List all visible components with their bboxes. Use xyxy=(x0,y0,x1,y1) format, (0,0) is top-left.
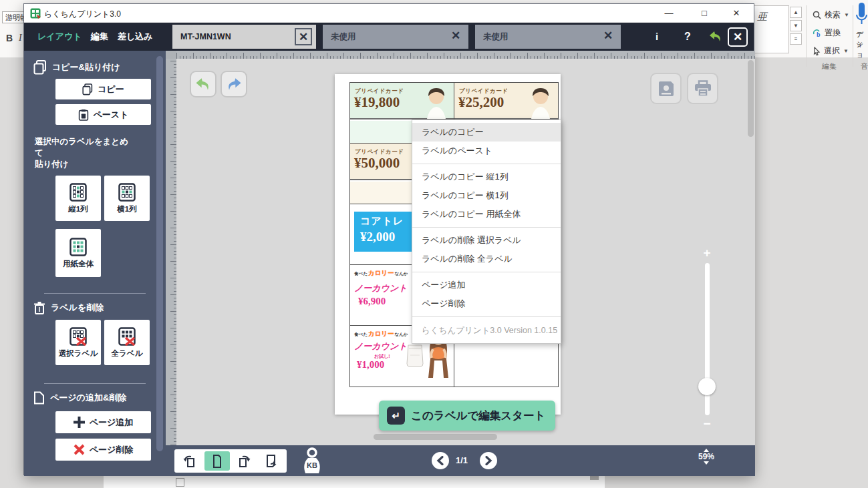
undo-button[interactable] xyxy=(190,71,216,97)
context-menu-divider xyxy=(412,227,561,228)
word-select-label: 選択 xyxy=(824,45,840,57)
delete-all-labels-button[interactable]: 全ラベル xyxy=(104,320,150,365)
info-button[interactable]: i xyxy=(656,23,658,51)
style-gallery-down-button[interactable]: ▼ xyxy=(790,20,802,31)
previous-page-button[interactable] xyxy=(432,452,449,469)
enter-key-icon: ↵ xyxy=(387,407,405,425)
vertical-ruler xyxy=(166,59,176,445)
redo-button[interactable] xyxy=(221,71,247,97)
tab-mt-jmn1wn[interactable]: MT-JMN1WN ✕ xyxy=(172,25,316,49)
zoom-slider-handle[interactable] xyxy=(698,378,716,395)
chevron-down-icon: ▼ xyxy=(843,48,849,54)
caption-line: て xyxy=(35,148,128,159)
style-gallery-up-button[interactable]: ▲ xyxy=(790,7,802,18)
minimize-button[interactable]: — xyxy=(655,4,683,23)
context-menu-item-delete-all[interactable]: ラベルの削除 全ラベル xyxy=(412,250,561,268)
rakuchin-print-window: らくちんプリント3.0 — □ ✕ レイアウト 編集 差し込み MT-JMN1W… xyxy=(23,3,754,475)
tab-unused-2[interactable]: 未使用 ✕ xyxy=(475,25,621,49)
person-photo xyxy=(420,84,452,119)
ruler-corner xyxy=(166,51,176,59)
rotate-right-button[interactable] xyxy=(231,451,257,471)
tab-unused-1[interactable]: 未使用 ✕ xyxy=(323,25,468,49)
context-menu-item-copy-vertical[interactable]: ラベルのコピー 縦1列 xyxy=(412,168,561,186)
paste-horizontal-row-button[interactable]: 横1列 xyxy=(104,176,150,221)
context-menu-item-page-delete[interactable]: ページ削除 xyxy=(412,294,561,313)
label-photo-area: プリペイドカード ¥19,800 xyxy=(350,83,454,119)
tab-close-icon[interactable]: ✕ xyxy=(295,28,312,45)
zoom-decrease-arrow-icon[interactable] xyxy=(704,461,709,465)
context-menu-item-copy[interactable]: ラベルのコピー xyxy=(412,123,561,142)
horizontal-ruler xyxy=(176,51,755,59)
context-menu-divider xyxy=(412,164,561,164)
edit-start-tooltip[interactable]: ↵ このラベルで編集スタート xyxy=(379,401,555,431)
tab-label: MT-JMN1WN xyxy=(180,32,295,41)
header-text: なんか xyxy=(394,332,408,338)
word-select-button[interactable]: 選択 ▼ xyxy=(813,45,849,57)
paste-vertical-column-button[interactable]: 縦1列 xyxy=(55,176,101,221)
word-dictation-label-line2: ショ xyxy=(856,39,868,59)
zoom-in-label[interactable]: + xyxy=(699,246,715,260)
rotate-180-button[interactable] xyxy=(259,451,284,471)
style-gallery-expand-button[interactable]: ≡ xyxy=(790,33,802,45)
word-replace-label: 置換 xyxy=(825,27,841,39)
undo-icon[interactable] xyxy=(709,31,722,43)
button-label: 横1列 xyxy=(117,204,136,214)
window-title: らくちんプリント3.0 xyxy=(44,9,121,20)
close-button[interactable]: ✕ xyxy=(722,4,750,23)
paste-whole-sheet-button[interactable]: 用紙全体 xyxy=(55,229,101,277)
word-italic-button[interactable]: I xyxy=(19,33,22,43)
menu-merge[interactable]: 差し込み xyxy=(118,23,153,51)
copy-button[interactable]: コピー xyxy=(55,79,151,99)
copy-button-label: コピー xyxy=(98,83,124,95)
app-close-button[interactable]: ✕ xyxy=(728,27,748,47)
button-label: 全ラベル xyxy=(112,348,143,358)
word-bold-button[interactable]: B xyxy=(6,33,13,43)
page-add-button[interactable]: ページ追加 xyxy=(55,411,151,433)
calorie-main-text: ノーカウント xyxy=(354,340,408,352)
next-page-button[interactable] xyxy=(480,452,497,469)
vertical-scrollbar[interactable] xyxy=(748,60,754,137)
zoom-out-label[interactable]: − xyxy=(699,417,715,431)
button-label: 選択ラベル xyxy=(59,348,98,358)
context-menu-item-paste[interactable]: ラベルのペースト xyxy=(412,142,561,160)
kb-badge-text: KB xyxy=(307,461,317,469)
context-menu-item-delete-selected[interactable]: ラベルの削除 選択ラベル xyxy=(412,231,561,250)
rotate-180-icon xyxy=(263,453,279,469)
help-button[interactable]: ? xyxy=(684,23,691,51)
orientation-button-group xyxy=(174,449,287,473)
horizontal-scrollbar[interactable] xyxy=(374,434,497,440)
word-search-button[interactable]: 検索 ▼ xyxy=(813,9,849,21)
tab-close-icon[interactable]: ✕ xyxy=(599,28,617,45)
print-button[interactable] xyxy=(687,73,718,104)
menu-layout[interactable]: レイアウト xyxy=(37,23,82,51)
page-delete-button[interactable]: ページ削除 xyxy=(55,439,151,461)
zoom-percent-control[interactable]: 59% xyxy=(691,449,722,465)
context-menu-item-copy-whole[interactable]: ラベルのコピー 用紙全体 xyxy=(412,205,561,224)
maximize-button[interactable]: □ xyxy=(690,4,718,23)
grid-whole-sheet-icon xyxy=(69,238,87,256)
header-text: 食べた xyxy=(354,332,368,338)
section-divider xyxy=(44,383,146,384)
paste-button[interactable]: ペースト xyxy=(55,104,151,125)
caption-line: 貼り付け xyxy=(35,159,128,170)
paste-icon xyxy=(78,109,89,121)
rotate-left-button[interactable] xyxy=(177,451,202,471)
label-price: ¥19,800 xyxy=(354,94,400,111)
delete-selected-label-button[interactable]: 選択ラベル xyxy=(55,320,101,365)
portrait-orientation-button[interactable] xyxy=(204,451,230,471)
core-price: ¥2,000 xyxy=(360,230,420,244)
word-replace-button[interactable]: b 置換 xyxy=(813,27,841,39)
copy-icon xyxy=(33,60,47,75)
save-icon xyxy=(658,80,675,97)
save-button[interactable] xyxy=(650,73,682,104)
sidebar-scrollbar[interactable] xyxy=(156,56,163,451)
dictation-mic-icon[interactable] xyxy=(855,1,868,28)
tab-close-icon[interactable]: ✕ xyxy=(447,28,464,45)
word-edit-group-label: 編集 xyxy=(822,61,837,71)
menu-edit[interactable]: 編集 xyxy=(91,23,108,51)
context-menu-item-copy-horizontal[interactable]: ラベルのコピー 横1列 xyxy=(412,186,561,205)
context-menu-item-page-add[interactable]: ページ追加 xyxy=(412,276,561,294)
word-sound-group-label: 音 xyxy=(861,61,868,71)
calorie-header: 食べた カロリー なんか xyxy=(354,330,408,338)
kb-weight-icon[interactable]: KB xyxy=(299,447,325,474)
